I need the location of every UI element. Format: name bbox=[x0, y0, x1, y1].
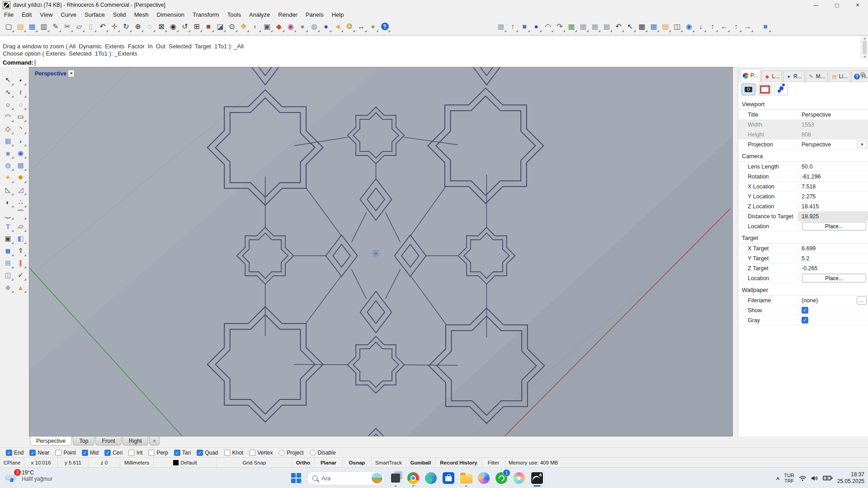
property-value-text[interactable]: Perspective bbox=[802, 141, 831, 148]
status-millimeters[interactable]: Millimeters bbox=[120, 458, 154, 468]
menu-item-view[interactable]: View bbox=[36, 11, 57, 19]
toolbar-button-cplane-origin[interactable]: ▦ bbox=[495, 20, 507, 33]
dock-button-text[interactable]: T bbox=[2, 221, 14, 232]
panel-tab-layers[interactable]: ◆L... bbox=[761, 70, 782, 82]
status-grid-snap[interactable]: Grid Snap bbox=[217, 458, 292, 468]
osnap-project[interactable]: Project bbox=[278, 450, 303, 456]
panel-tab-rendering[interactable]: ●R... bbox=[783, 70, 805, 82]
status-record-history[interactable]: Record History bbox=[436, 458, 482, 468]
toolbar-button-lamp[interactable]: ◐ bbox=[250, 20, 261, 33]
taskbar-app-rhino[interactable] bbox=[530, 471, 544, 485]
dock-button-ellipse[interactable]: ◌ bbox=[14, 99, 27, 110]
toolbar-button-zoom-selected[interactable]: ◉ bbox=[167, 20, 179, 33]
command-scrollbar[interactable]: ▲ ▼ bbox=[861, 36, 868, 59]
dock-button-pyramid[interactable]: ▲ bbox=[14, 282, 27, 293]
toolbar-button-zoom-window[interactable]: ◌ bbox=[144, 20, 156, 33]
toolbar-button-dimension[interactable]: ↔ bbox=[355, 20, 367, 33]
panel-gear-icon[interactable]: ❂ bbox=[860, 71, 865, 78]
language-indicator[interactable]: TUR TRF bbox=[784, 473, 794, 483]
osnap-checkbox-cen[interactable]: ✓ bbox=[104, 450, 111, 456]
scroll-down-icon[interactable]: ▼ bbox=[863, 55, 866, 58]
osnap-quad[interactable]: ✓Quad bbox=[197, 450, 218, 456]
dock-button-mirror[interactable]: ◧ bbox=[14, 233, 27, 244]
osnap-checkbox-disable[interactable] bbox=[310, 450, 316, 456]
dock-button-trim[interactable]: ◺ bbox=[2, 184, 14, 196]
panel-tab-materials[interactable]: ✎M... bbox=[806, 70, 828, 82]
dock-button-revolve[interactable]: ◍ bbox=[2, 160, 14, 171]
property-value-text[interactable]: Perspective bbox=[802, 112, 831, 118]
tray-expand-icon[interactable]: ^ bbox=[776, 476, 780, 483]
scroll-up-icon[interactable]: ▲ bbox=[863, 37, 866, 40]
weather-widget[interactable]: 3 19°C Hafif yağmur bbox=[5, 469, 52, 482]
viewport-menu-arrow-icon[interactable]: ▼ bbox=[68, 70, 75, 77]
dock-button-circle[interactable]: ○ bbox=[2, 99, 14, 110]
osnap-perp[interactable]: Perp bbox=[148, 450, 168, 456]
object-properties-camera-button[interactable] bbox=[741, 84, 755, 95]
toolbar-button-color-wheel[interactable]: ◉ bbox=[285, 20, 297, 33]
menu-item-render[interactable]: Render bbox=[274, 11, 302, 19]
menu-item-surface[interactable]: Surface bbox=[80, 11, 109, 19]
dock-button-boolean-difference[interactable]: ∴ bbox=[14, 196, 27, 208]
menu-item-help[interactable]: Help bbox=[328, 11, 348, 19]
dock-button-blend-curve[interactable]: ⁀ bbox=[14, 208, 27, 220]
toolbar-button-named-cplane[interactable]: ▦ bbox=[636, 20, 648, 33]
property-value-text[interactable]: 5.2 bbox=[802, 255, 809, 262]
toolbar-button-flag[interactable]: ◄ bbox=[332, 20, 344, 33]
status-gumball[interactable]: Gumball bbox=[406, 458, 436, 468]
command-area[interactable]: Drag a window to zoom ( All Dynamic Exte… bbox=[0, 35, 868, 68]
dock-button-polyline[interactable]: ∿ bbox=[2, 86, 14, 98]
browse-button[interactable]: ... bbox=[857, 296, 867, 305]
toolbar-button-zoom-extents[interactable]: ⊠ bbox=[156, 20, 167, 33]
status-cplane[interactable]: CPlane bbox=[0, 458, 24, 468]
command-prompt-line[interactable]: Command: bbox=[0, 58, 868, 67]
osnap-near[interactable]: ✓Near bbox=[29, 450, 49, 456]
toolbar-button-viewport-layout[interactable]: ⊞ bbox=[191, 20, 203, 33]
perspective-viewport[interactable]: Perspective ▼ yxz bbox=[29, 67, 733, 436]
property-value-text[interactable]: -61.296 bbox=[802, 174, 821, 180]
viewport-title-control[interactable]: Perspective ▼ bbox=[35, 70, 75, 77]
property-value-text[interactable]: (none) bbox=[802, 297, 818, 304]
place-button[interactable]: Place... bbox=[802, 274, 866, 282]
toolbar-button-nudge-left[interactable]: ← bbox=[718, 20, 730, 33]
osnap-checkbox-quad[interactable]: ✓ bbox=[197, 450, 203, 456]
menu-item-tools[interactable]: Tools bbox=[223, 11, 245, 19]
viewport-properties-button[interactable] bbox=[758, 84, 772, 95]
taskbar-search-box[interactable]: Ara bbox=[307, 471, 385, 485]
toolbar-button-zoom-in[interactable]: ⊕ bbox=[132, 20, 144, 33]
viewport-tab-top[interactable]: Top bbox=[73, 436, 94, 446]
viewport-tab-right[interactable]: Right bbox=[123, 436, 148, 446]
dock-button-surface-from-points[interactable]: ▦ bbox=[2, 135, 14, 147]
menu-item-edit[interactable]: Edit bbox=[18, 11, 36, 19]
toolbar-button-undo[interactable]: ↶ bbox=[97, 20, 108, 33]
toolbar-button-open-file[interactable]: ▤ bbox=[14, 20, 26, 33]
menu-item-transform[interactable]: Transform bbox=[189, 11, 223, 19]
toolbar-button-paste[interactable]: ▯ bbox=[85, 20, 97, 33]
taskbar-app-chrome[interactable] bbox=[406, 471, 420, 485]
battery-charging-icon[interactable] bbox=[823, 475, 833, 481]
clock-widget[interactable]: 18:37 25.05.2025 bbox=[837, 471, 864, 485]
toolbar-button-make-2d[interactable]: ◪ bbox=[214, 20, 226, 33]
dock-button-copy[interactable]: ▣ bbox=[2, 233, 14, 244]
dock-button-rectangle[interactable]: ▭ bbox=[14, 111, 27, 122]
toolbar-button-lock[interactable]: ▣ bbox=[261, 20, 273, 33]
osnap-checkbox-tan[interactable]: ✓ bbox=[174, 450, 180, 456]
status-filter[interactable]: Filter bbox=[482, 458, 505, 468]
osnap-checkbox-end[interactable]: ✓ bbox=[6, 450, 12, 456]
toolbar-button-zoom-previous[interactable]: ↺ bbox=[179, 20, 191, 33]
toolbar-button-nudge-right[interactable]: → bbox=[742, 20, 754, 33]
dock-button-select[interactable]: ↖ bbox=[2, 74, 14, 86]
toolbar-button-undo-view-change[interactable]: ↶ bbox=[613, 20, 624, 33]
dock-button-fillet-blast[interactable]: ✹ bbox=[14, 172, 27, 183]
taskbar-app-store[interactable] bbox=[442, 471, 455, 485]
toolbar-button-pan[interactable]: ✛ bbox=[108, 20, 120, 33]
status-y-5-611[interactable]: y 5.611 bbox=[58, 458, 89, 468]
dock-button-fillet-arc[interactable]: ‿ bbox=[2, 208, 14, 220]
osnap-end[interactable]: ✓End bbox=[6, 450, 24, 456]
status-memory-use[interactable]: Memory use: 409 MB bbox=[505, 458, 868, 468]
status-osnap[interactable]: Osnap bbox=[343, 458, 372, 468]
toolbar-button-new-file[interactable]: ▢ bbox=[3, 20, 14, 33]
property-value-text[interactable]: 2.275 bbox=[802, 193, 816, 200]
menu-item-file[interactable]: File bbox=[0, 11, 18, 19]
add-viewport-tab-button[interactable]: + bbox=[149, 436, 160, 446]
property-value-text[interactable]: 50.0 bbox=[802, 164, 812, 170]
